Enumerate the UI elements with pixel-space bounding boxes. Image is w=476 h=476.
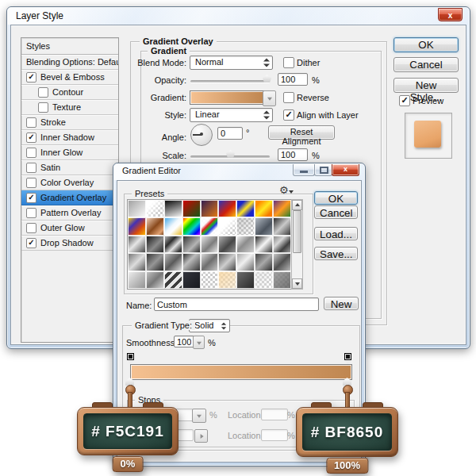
gradient-preset-18[interactable] <box>273 217 291 235</box>
gradient-preset-6[interactable] <box>218 200 236 217</box>
sidebar-item-satin[interactable]: Satin <box>21 160 118 175</box>
maximize-icon[interactable] <box>314 164 332 176</box>
dither-checkbox[interactable] <box>283 57 294 68</box>
gradient-preset-24[interactable] <box>218 236 236 253</box>
gradient-preset-43[interactable] <box>236 271 255 289</box>
sidebar-item-texture[interactable]: Texture <box>21 100 118 115</box>
gradient-preset-3[interactable] <box>164 200 182 217</box>
layer-style-titlebar[interactable]: Layer Style <box>7 7 470 25</box>
gradient-preset-15[interactable] <box>218 217 236 235</box>
opacity-slider-track[interactable] <box>190 80 270 83</box>
editor-cancel-button[interactable]: Cancel <box>314 205 358 219</box>
gradient-preset-17[interactable] <box>255 217 273 235</box>
gradient-preset-9[interactable] <box>273 200 291 217</box>
gradient-preset-5[interactable] <box>201 200 219 217</box>
stop-opacity-dropdown-button[interactable] <box>192 409 206 423</box>
checkbox[interactable] <box>38 102 48 113</box>
gradient-preset-42[interactable] <box>218 271 236 289</box>
gradient-preset-4[interactable] <box>182 200 201 217</box>
smoothness-input[interactable] <box>174 336 194 347</box>
gradient-preset-12[interactable] <box>164 217 182 235</box>
gradient-preset-28[interactable] <box>128 253 146 271</box>
sidebar-item-outer-glow[interactable]: Outer Glow <box>21 221 118 236</box>
style-select[interactable]: Linear <box>190 108 273 122</box>
close-icon[interactable]: x <box>438 8 463 21</box>
sidebar-item-stroke[interactable]: Stroke <box>21 115 118 130</box>
sidebar-item-inner-glow[interactable]: Inner Glow <box>21 145 118 160</box>
align-with-layer-checkbox[interactable]: ✓ <box>283 109 294 121</box>
gradient-preset-39[interactable] <box>164 271 182 289</box>
gear-icon[interactable]: ⚙ <box>279 184 289 196</box>
gradient-preset-40[interactable] <box>182 271 201 289</box>
gradient-preset-38[interactable] <box>146 271 164 289</box>
presets-scrollbar[interactable] <box>291 199 303 290</box>
checkbox[interactable] <box>26 178 36 188</box>
scale-input[interactable] <box>278 148 308 161</box>
close-icon[interactable]: x <box>332 164 359 176</box>
sidebar-item-gradient-overlay[interactable]: ✓Gradient Overlay <box>21 190 118 205</box>
reset-alignment-button[interactable]: Reset Alignment <box>268 125 335 140</box>
gradient-preset-30[interactable] <box>164 253 182 271</box>
gradient-preset-27[interactable] <box>273 236 291 253</box>
scrollbar-thumb[interactable] <box>293 210 301 253</box>
cancel-button[interactable]: Cancel <box>393 57 459 72</box>
checkbox[interactable]: ✓ <box>26 238 36 248</box>
checkbox[interactable] <box>26 117 36 128</box>
checkbox[interactable] <box>26 163 36 173</box>
gradient-preset-31[interactable] <box>182 253 201 271</box>
gradient-preset-36[interactable] <box>273 253 291 271</box>
gradient-preset-41[interactable] <box>201 271 219 289</box>
checkbox[interactable]: ✓ <box>26 72 36 83</box>
gradient-preset-7[interactable] <box>236 200 255 217</box>
smoothness-dropdown-button[interactable] <box>193 336 205 349</box>
checkbox[interactable] <box>38 87 48 98</box>
gradient-preset-32[interactable] <box>201 253 219 271</box>
scroll-down-icon[interactable] <box>292 278 302 289</box>
gradient-preset-35[interactable] <box>255 253 273 271</box>
gradient-preset-13[interactable] <box>182 217 201 235</box>
sidebar-item-pattern-overlay[interactable]: Pattern Overlay <box>21 205 118 221</box>
gradient-preset-20[interactable] <box>146 236 164 253</box>
gradient-preset-29[interactable] <box>146 253 164 271</box>
save-button[interactable]: Save... <box>314 247 358 260</box>
checkbox[interactable] <box>26 223 36 233</box>
angle-input[interactable] <box>217 127 243 140</box>
checkbox[interactable] <box>26 148 36 158</box>
gradient-preset-44[interactable] <box>255 271 273 289</box>
new-button[interactable]: New <box>324 297 359 310</box>
preview-checkbox[interactable]: ✓ <box>399 95 410 106</box>
opacity-stop-left[interactable] <box>126 353 135 364</box>
reverse-checkbox[interactable] <box>283 92 294 103</box>
gradient-preset-8[interactable] <box>255 200 273 217</box>
gradient-preset-21[interactable] <box>164 236 182 253</box>
gradient-preset-25[interactable] <box>236 236 255 253</box>
blend-mode-select[interactable]: Normal <box>190 56 273 70</box>
gradient-preset-14[interactable] <box>201 217 219 235</box>
ok-button[interactable]: OK <box>393 37 459 52</box>
gradient-preset-26[interactable] <box>255 236 273 253</box>
gradient-preset-37[interactable] <box>128 271 146 289</box>
opacity-stop-right[interactable] <box>344 353 352 364</box>
sidebar-item-drop-shadow[interactable]: ✓Drop Shadow <box>21 236 118 251</box>
gradient-preset-16[interactable] <box>236 217 255 235</box>
gradient-preset-33[interactable] <box>218 253 236 271</box>
minimize-icon[interactable] <box>293 164 315 176</box>
gradient-preset-23[interactable] <box>201 236 219 253</box>
stop-color-arrow-button[interactable] <box>194 429 208 443</box>
gradient-preset-34[interactable] <box>236 253 255 271</box>
location-input-2[interactable] <box>261 429 288 441</box>
gradient-preset-22[interactable] <box>182 236 201 253</box>
gradient-preset-1[interactable] <box>128 200 146 217</box>
gradient-preset-45[interactable] <box>273 271 291 289</box>
gradient-preset-19[interactable] <box>128 236 146 253</box>
new-style-button[interactable]: New Style... <box>393 78 459 93</box>
angle-dial[interactable] <box>190 124 213 146</box>
load-button[interactable]: Load... <box>314 227 358 240</box>
sidebar-item-contour[interactable]: Contour <box>21 85 118 100</box>
editor-ok-button[interactable]: OK <box>314 191 358 205</box>
scroll-up-icon[interactable] <box>292 200 302 210</box>
checkbox[interactable] <box>26 208 36 218</box>
sidebar-item-inner-shadow[interactable]: ✓Inner Shadow <box>21 130 118 145</box>
gradient-swatch[interactable] <box>190 90 264 105</box>
gradient-preset-10[interactable] <box>128 217 146 235</box>
